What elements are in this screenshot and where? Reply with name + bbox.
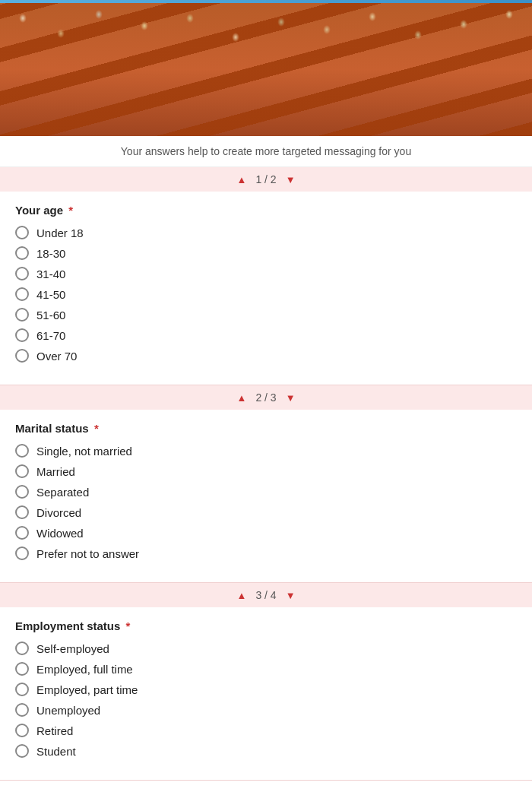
radio-circle-2-2 <box>15 464 29 478</box>
radio-option-1-6[interactable]: 61-70 <box>15 328 517 342</box>
radio-label-2-2: Married <box>36 465 75 478</box>
radio-option-1-5[interactable]: 51-60 <box>15 308 517 322</box>
radio-label-2-3: Separated <box>36 486 89 499</box>
nav-label-1: 1 / 2 <box>255 173 276 185</box>
nav-down-arrow-1[interactable]: ▼ <box>286 174 296 185</box>
radio-label-2-6: Prefer not to answer <box>36 547 139 560</box>
radio-circle-1-3 <box>15 267 29 280</box>
radio-circle-3-6 <box>15 744 29 758</box>
radio-option-1-1[interactable]: Under 18 <box>15 226 517 239</box>
nav-label-2: 2 / 3 <box>255 391 276 404</box>
required-marker-1: * <box>68 204 73 217</box>
radio-option-3-3[interactable]: Employed, part time <box>15 683 517 696</box>
radio-option-1-2[interactable]: 18-30 <box>15 246 517 260</box>
radio-option-3-4[interactable]: Unemployed <box>15 703 517 717</box>
radio-label-3-2: Employed, full time <box>36 663 133 676</box>
radio-option-2-5[interactable]: Widowed <box>15 526 517 540</box>
section-nav-2: ▲ 2 / 3 ▼ <box>0 385 532 410</box>
radio-option-3-6[interactable]: Student <box>15 744 517 758</box>
radio-option-1-7[interactable]: Over 70 <box>15 349 517 363</box>
nav-up-arrow-3[interactable]: ▲ <box>237 590 247 601</box>
radio-option-3-5[interactable]: Retired <box>15 724 517 737</box>
subtitle-bar: Your answers help to create more targete… <box>0 136 532 167</box>
required-marker-3: * <box>126 619 131 632</box>
nav-down-arrow-3[interactable]: ▼ <box>286 590 296 601</box>
nav-up-arrow-1[interactable]: ▲ <box>237 174 247 185</box>
section-nav-3: ▲ 3 / 4 ▼ <box>0 583 532 607</box>
radio-option-1-3[interactable]: 31-40 <box>15 267 517 280</box>
radio-label-1-5: 51-60 <box>36 309 65 322</box>
radio-option-2-3[interactable]: Separated <box>15 485 517 499</box>
radio-option-2-6[interactable]: Prefer not to answer <box>15 546 517 560</box>
radio-option-2-1[interactable]: Single, not married <box>15 444 517 458</box>
nav-down-arrow-2[interactable]: ▼ <box>286 392 296 404</box>
radio-option-2-4[interactable]: Divorced <box>15 505 517 519</box>
radio-label-2-5: Widowed <box>36 527 84 540</box>
radio-circle-3-5 <box>15 724 29 737</box>
radio-circle-3-4 <box>15 703 29 717</box>
radio-label-3-5: Retired <box>36 724 73 737</box>
radio-circle-1-7 <box>15 349 29 363</box>
question-title-2: Marital status * <box>15 422 517 435</box>
radio-label-3-3: Employed, part time <box>36 683 138 696</box>
section-nav-1: ▲ 1 / 2 ▼ <box>0 167 532 192</box>
radio-option-3-2[interactable]: Employed, full time <box>15 662 517 676</box>
radio-circle-1-6 <box>15 328 29 342</box>
radio-circle-1-5 <box>15 308 29 322</box>
radio-circle-2-6 <box>15 546 29 560</box>
radio-option-1-4[interactable]: 41-50 <box>15 287 517 301</box>
radio-option-3-1[interactable]: Self-employed <box>15 642 517 655</box>
radio-label-1-1: Under 18 <box>36 227 84 239</box>
nav-label-3: 3 / 4 <box>255 589 276 601</box>
radio-label-1-2: 18-30 <box>36 247 65 260</box>
subtitle-text: Your answers help to create more targete… <box>121 145 411 157</box>
radio-circle-1-1 <box>15 226 29 239</box>
question-title-3: Employment status * <box>15 619 517 632</box>
hero-image <box>0 3 532 136</box>
question-section-2: Marital status * Single, not married Mar… <box>0 410 532 583</box>
radio-circle-1-2 <box>15 246 29 260</box>
radio-label-1-7: Over 70 <box>36 350 77 363</box>
radio-label-1-3: 31-40 <box>36 268 65 280</box>
question-title-1: Your age * <box>15 204 517 217</box>
radio-label-2-4: Divorced <box>36 506 81 519</box>
radio-label-1-6: 61-70 <box>36 329 65 342</box>
radio-circle-3-1 <box>15 642 29 655</box>
nav-up-arrow-2[interactable]: ▲ <box>237 392 247 404</box>
radio-circle-3-2 <box>15 662 29 676</box>
radio-option-2-2[interactable]: Married <box>15 464 517 478</box>
radio-circle-2-5 <box>15 526 29 540</box>
radio-label-3-4: Unemployed <box>36 704 100 717</box>
question-section-3: Employment status * Self-employed Employ… <box>0 607 532 781</box>
radio-circle-3-3 <box>15 683 29 696</box>
radio-label-2-1: Single, not married <box>36 445 132 458</box>
radio-label-1-4: 41-50 <box>36 288 65 301</box>
radio-label-3-1: Self-employed <box>36 642 109 655</box>
radio-circle-2-1 <box>15 444 29 458</box>
radio-circle-2-4 <box>15 505 29 519</box>
radio-label-3-6: Student <box>36 745 76 758</box>
radio-circle-2-3 <box>15 485 29 499</box>
question-section-1: Your age * Under 18 18-30 31-40 41-50 51… <box>0 192 532 385</box>
required-marker-2: * <box>94 422 99 435</box>
radio-circle-1-4 <box>15 287 29 301</box>
